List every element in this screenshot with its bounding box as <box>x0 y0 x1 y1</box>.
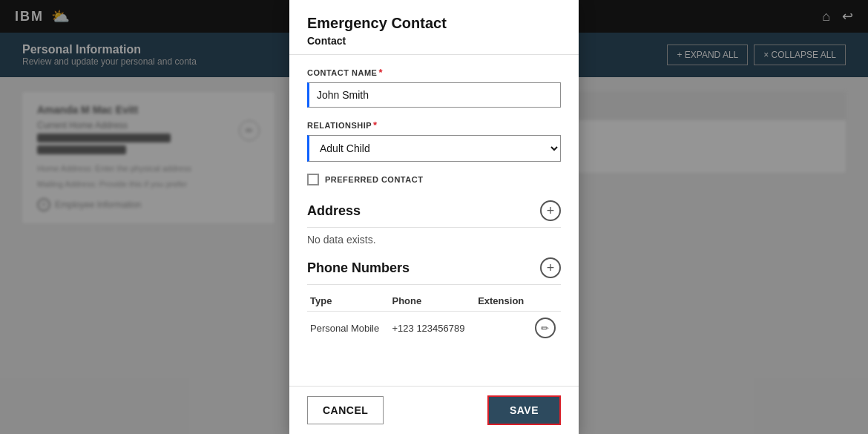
phone-edit-cell: ✏ <box>532 312 561 345</box>
table-row: Personal Mobile +123 123456789 ✏ <box>307 312 561 345</box>
phone-extension-cell <box>475 312 532 345</box>
contact-name-label: CONTACT NAME * <box>307 67 561 78</box>
phone-section-header: Phone Numbers + <box>307 257 561 285</box>
preferred-contact-label: PREFERRED CONTACT <box>325 175 423 184</box>
phone-section-title: Phone Numbers <box>307 260 410 276</box>
relationship-select[interactable]: Adult Child Spouse Parent Sibling Friend… <box>307 135 561 162</box>
phone-col-phone: Phone <box>389 291 475 312</box>
phone-col-actions <box>532 291 561 312</box>
contact-name-input[interactable] <box>307 82 561 108</box>
contact-name-required: * <box>378 67 383 78</box>
phone-type-cell: Personal Mobile <box>307 312 389 345</box>
phone-number-cell: +123 123456789 <box>389 312 475 345</box>
modal-body: CONTACT NAME * RELATIONSHIP * Adult Chil… <box>289 55 579 386</box>
address-section-header: Address + <box>307 200 561 228</box>
preferred-contact-row: PREFERRED CONTACT <box>307 174 561 185</box>
add-phone-button[interactable]: + <box>540 257 561 278</box>
preferred-contact-checkbox[interactable] <box>307 174 319 185</box>
save-button[interactable]: SAVE <box>487 395 561 425</box>
modal-header: Emergency Contact Contact <box>289 0 579 55</box>
cancel-button[interactable]: CANCEL <box>307 396 384 424</box>
add-address-button[interactable]: + <box>540 200 561 221</box>
phone-col-extension: Extension <box>475 291 532 312</box>
address-no-data: No data exists. <box>307 234 561 246</box>
modal-footer: CANCEL SAVE <box>289 386 579 434</box>
modal-title: Emergency Contact <box>307 15 561 32</box>
relationship-field-group: RELATIONSHIP * Adult Child Spouse Parent… <box>307 119 561 162</box>
phone-col-type: Type <box>307 291 389 312</box>
address-section-title: Address <box>307 203 361 219</box>
relationship-required: * <box>373 119 378 131</box>
emergency-contact-modal: Emergency Contact Contact CONTACT NAME *… <box>289 0 579 434</box>
relationship-label: RELATIONSHIP * <box>307 119 561 131</box>
modal-section-contact: Contact <box>307 35 561 47</box>
phone-table: Type Phone Extension Personal Mobile +12… <box>307 291 561 344</box>
contact-name-field-group: CONTACT NAME * <box>307 67 561 108</box>
edit-phone-button[interactable]: ✏ <box>535 318 556 338</box>
